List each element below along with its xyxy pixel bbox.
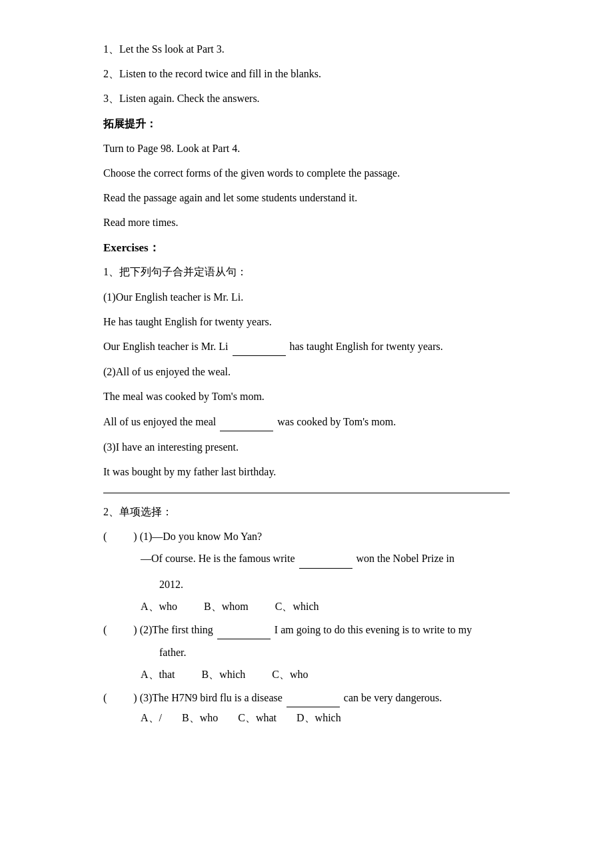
section2-q1: ( ) (1)—Do you know Mo Yan? —Of course. … (103, 527, 510, 614)
section1-q2: (2)All of us enjoyed the weal. The meal … (103, 363, 510, 431)
section2-q2: ( ) (2)The first thing I am going to do … (103, 621, 510, 682)
s2q3-paren-close: ) (133, 689, 137, 707)
item-1: 1、Let the Ss look at Part 3. (103, 40, 510, 58)
expand-3: Read the passage again and let some stud… (103, 189, 510, 207)
s2q2-num: (2)The first thing I am going to do this… (140, 621, 472, 639)
s2q3-optD: D、which (297, 711, 341, 725)
s2q1-subtext2: 2012. (159, 575, 510, 593)
s2q1-optB: B、whom (204, 600, 249, 614)
s2q3-row: ( ) (3)The H7N9 bird flu is a disease ca… (103, 689, 510, 707)
s2q2-paren-close: ) (133, 621, 137, 639)
section-divider (103, 493, 510, 493)
s2q1-paren-close: ) (133, 527, 137, 545)
s2q2-subtext2: father. (159, 643, 510, 661)
expand-1: Turn to Page 98. Look at Part 4. (103, 139, 510, 157)
s2q3-num: (3)The H7N9 bird flu is a disease can be… (140, 689, 442, 707)
s2q3-optA: A、/ (141, 711, 162, 725)
item-3: 3、Listen again. Check the answers. (103, 89, 510, 107)
expand-4: Read more times. (103, 213, 510, 231)
s2q1-optC: C、which (275, 600, 319, 614)
expand-2: Choose the correct forms of the given wo… (103, 164, 510, 182)
s2q2-optA: A、that (141, 668, 175, 682)
s2q2-blank (217, 621, 271, 639)
s2q3-answer-space (107, 689, 133, 707)
page-container: 1、Let the Ss look at Part 3. 2、Listen to… (0, 0, 613, 868)
section2-q3: ( ) (3)The H7N9 bird flu is a disease ca… (103, 689, 510, 725)
expand-title: 拓展提升： (103, 115, 510, 133)
s2q1-answer-space (107, 527, 133, 545)
s2q3-options: A、/ B、who C、what D、which (141, 711, 510, 725)
s2q2-row: ( ) (2)The first thing I am going to do … (103, 621, 510, 639)
section1-q3: (3)I have an interesting present. It was… (103, 438, 510, 481)
s1q3-line1: (3)I have an interesting present. (103, 438, 510, 456)
s1q2-line2: The meal was cooked by Tom's mom. (103, 387, 510, 405)
s2q3-optB: B、who (182, 711, 218, 725)
s2q1-blank (299, 549, 352, 568)
s1q3-line2: It was bought by my father last birthday… (103, 463, 510, 481)
section1-label: 1、把下列句子合并定语从句： (103, 263, 510, 281)
s2q2-optC: C、who (272, 668, 308, 682)
s2q2-optB: B、which (202, 668, 246, 682)
s1q2-line1: (2)All of us enjoyed the weal. (103, 363, 510, 381)
s2q2-options: A、that B、which C、who (141, 668, 510, 682)
s2q1-options: A、who B、whom C、which (141, 600, 510, 614)
s2q1-row: ( ) (1)—Do you know Mo Yan? (103, 527, 510, 545)
item-2: 2、Listen to the record twice and fill in… (103, 65, 510, 83)
exercises-title: Exercises： (103, 239, 510, 258)
section2-label: 2、单项选择： (103, 503, 510, 521)
s2q1-num: (1)—Do you know Mo Yan? (140, 527, 263, 545)
section1-q1: (1)Our English teacher is Mr. Li. He has… (103, 288, 510, 357)
s1q1-line2: He has taught English for twenty years. (103, 313, 510, 331)
s2q1-optA: A、who (141, 600, 177, 614)
s2q1-subtext: —Of course. He is the famous write won t… (141, 549, 510, 568)
s2q3-optC: C、what (238, 711, 277, 725)
s1q1-line1: (1)Our English teacher is Mr. Li. (103, 288, 510, 306)
s2q2-answer-space (107, 621, 133, 639)
s1q1-blank (233, 337, 286, 356)
s1q1-combined: Our English teacher is Mr. Li has taught… (103, 337, 510, 356)
s1q2-combined: All of us enjoyed the meal was cooked by… (103, 413, 510, 431)
s1q2-blank (220, 413, 273, 431)
s2q3-blank (287, 689, 340, 707)
